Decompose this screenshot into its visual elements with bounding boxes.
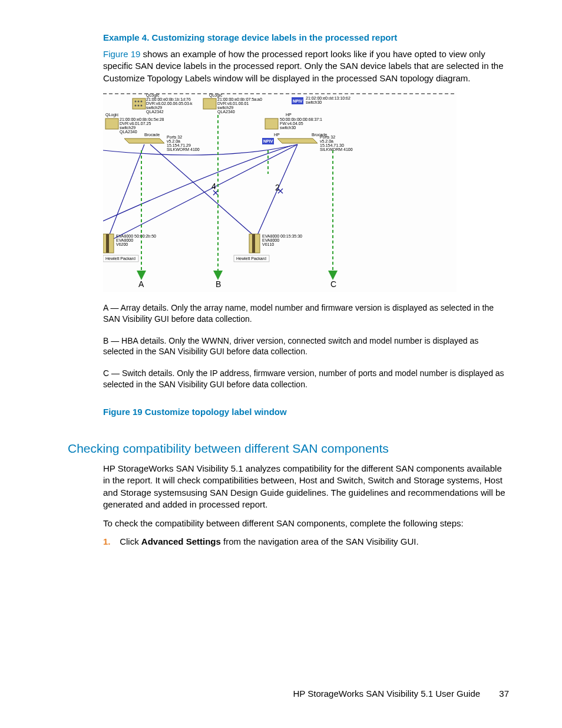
step-1: 1. Click Advanced Settings from the navi… xyxy=(103,536,509,546)
svg-marker-35 xyxy=(124,139,164,143)
svg-line-51 xyxy=(111,144,297,240)
svg-text:50:00:0b:00:00:68:37:1: 50:00:0b:00:00:68:37:1 xyxy=(280,117,322,121)
svg-text:EVA8000  00:15:35:30: EVA8000 00:15:35:30 xyxy=(262,234,302,238)
svg-text:B: B xyxy=(216,279,221,289)
legend-c: C — Switch details. Only the IP address,… xyxy=(103,368,509,390)
svg-text:2: 2 xyxy=(275,183,280,192)
svg-text:V6110: V6110 xyxy=(262,242,274,246)
svg-text:Hewlett Packard: Hewlett Packard xyxy=(236,256,266,261)
svg-text:4: 4 xyxy=(211,182,216,191)
svg-rect-1 xyxy=(133,98,146,109)
svg-line-49 xyxy=(109,144,144,236)
figure-19-link[interactable]: Figure 19 xyxy=(103,49,140,59)
svg-text:switch29: switch29 xyxy=(120,126,135,130)
intro-text: shows an example of how the processed re… xyxy=(103,49,504,83)
svg-rect-30 xyxy=(265,118,278,129)
svg-rect-60 xyxy=(106,234,109,253)
svg-text:NPIV: NPIV xyxy=(263,139,273,143)
intro-paragraph: Figure 19 shows an example of how the pr… xyxy=(103,48,509,84)
svg-text:21:00:00:e0:8b:0c:5e:28: 21:00:00:e0:8b:0c:5e:28 xyxy=(120,117,164,121)
section-p1: HP StorageWorks SAN Visibility 5.1 analy… xyxy=(103,463,509,510)
svg-text:switch29: switch29 xyxy=(217,106,233,110)
svg-rect-67 xyxy=(252,234,255,253)
svg-text:Ports 32: Ports 32 xyxy=(320,135,335,139)
svg-text:HP: HP xyxy=(286,113,292,117)
topology-diagram: QLogic 21:00:00:e0:8b:1b:1d:76 DVR:v8.02… xyxy=(103,91,457,292)
svg-text:SILKWORM 4100: SILKWORM 4100 xyxy=(320,147,353,151)
svg-text:QLogic: QLogic xyxy=(105,113,119,117)
footer-title: HP StorageWorks SAN Visibility 5.1 User … xyxy=(293,689,481,699)
svg-text:HP: HP xyxy=(274,133,280,137)
svg-text:Brocade: Brocade xyxy=(144,133,160,137)
svg-text:15.154.71.29: 15.154.71.29 xyxy=(167,143,191,147)
svg-text:DVR:v8.01.00.01: DVR:v8.01.00.01 xyxy=(217,101,249,106)
svg-text:Ports 32: Ports 32 xyxy=(167,135,182,139)
svg-line-50 xyxy=(150,144,254,236)
svg-text:V6200: V6200 xyxy=(116,242,128,246)
step-1-text-b: from the navigation area of the SAN Visi… xyxy=(221,536,419,546)
svg-point-3 xyxy=(138,100,140,102)
footer-page-number: 37 xyxy=(499,689,509,699)
svg-text:C: C xyxy=(330,279,336,289)
svg-text:EVA8000: EVA8000 xyxy=(116,238,133,242)
step-1-bold: Advanced Settings xyxy=(141,536,221,546)
svg-text:21:00:00:e0:8b:07:5a:a0: 21:00:00:e0:8b:07:5a:a0 xyxy=(217,97,262,101)
svg-rect-13 xyxy=(203,98,216,109)
svg-point-4 xyxy=(141,100,143,102)
svg-text:EVA8000  50:00:2b:50: EVA8000 50:00:2b:50 xyxy=(116,234,156,238)
svg-text:SILKWORM 4100: SILKWORM 4100 xyxy=(167,147,200,151)
svg-text:switch29: switch29 xyxy=(146,106,162,110)
svg-text:EVA8000: EVA8000 xyxy=(262,238,279,242)
figure-caption: Figure 19 Customize topology label windo… xyxy=(103,407,509,417)
legend-b: B — HBA details. Only the WWNN, driver v… xyxy=(103,335,509,358)
legend-a: A — Array details. Only the array name, … xyxy=(103,302,509,325)
svg-point-7 xyxy=(141,104,143,106)
step-1-number: 1. xyxy=(103,536,117,546)
svg-text:DVR:v8.01.07.25: DVR:v8.01.07.25 xyxy=(120,121,151,126)
svg-text:NPIV: NPIV xyxy=(293,99,303,103)
svg-text:A: A xyxy=(138,279,144,289)
step-1-text-a: Click xyxy=(120,536,141,546)
svg-rect-24 xyxy=(105,118,118,129)
svg-text:QLA2340: QLA2340 xyxy=(217,110,235,114)
page-footer: HP StorageWorks SAN Visibility 5.1 User … xyxy=(293,689,510,699)
svg-text:v5.2.0a: v5.2.0a xyxy=(167,139,180,143)
section-heading-compatibility: Checking compatibility between different… xyxy=(68,442,509,456)
section-p2: To check the compatibility between diffe… xyxy=(103,518,509,529)
example-heading: Example 4. Customizing storage device la… xyxy=(103,32,509,42)
svg-point-5 xyxy=(135,104,137,106)
svg-text:DVR:v8.02.00.06.05.03-k: DVR:v8.02.00.06.05.03-k xyxy=(146,101,193,106)
svg-text:21:00:00:e0:8b:1b:1d:76: 21:00:00:e0:8b:1b:1d:76 xyxy=(146,97,191,101)
svg-marker-42 xyxy=(277,139,318,143)
svg-text:Hewlett Packard: Hewlett Packard xyxy=(105,256,135,261)
svg-text:21:02:00:e0:dd:13:10:62: 21:02:00:e0:dd:13:10:62 xyxy=(306,96,351,100)
svg-point-2 xyxy=(135,100,137,102)
svg-text:FW:v4.04.05: FW:v4.04.05 xyxy=(280,121,303,126)
svg-text:QLA2340: QLA2340 xyxy=(120,130,137,134)
svg-text:switch30: switch30 xyxy=(280,126,296,130)
svg-text:v5.2.0a: v5.2.0a xyxy=(320,139,333,143)
svg-text:switch30: switch30 xyxy=(306,100,322,104)
svg-text:15.154.71.30: 15.154.71.30 xyxy=(320,143,344,147)
svg-text:QLA2342: QLA2342 xyxy=(146,110,164,114)
svg-point-6 xyxy=(138,104,140,106)
